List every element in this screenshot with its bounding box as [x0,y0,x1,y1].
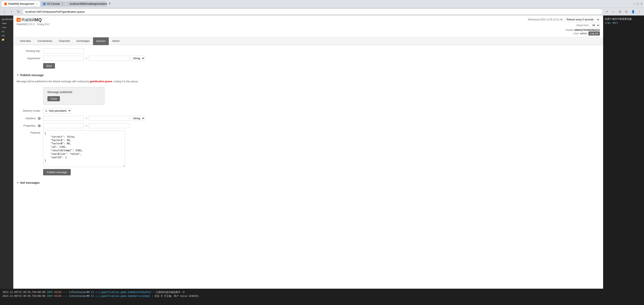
arguments-label: Arguments: [16,57,43,60]
rmq-user-name: admin [580,32,587,35]
headers-help-icon[interactable]: ? [38,117,41,120]
payload-textarea[interactable]: { "correct": false, "factorA": 50, "fact… [43,130,125,167]
address-bar[interactable] [22,9,603,14]
rmq-virtual-host-row: Virtual host All [528,23,600,28]
term-timestamp-1: 2023-12-09T15:30:59.765+08:00 [2,291,45,294]
term-thread-1: [ntContainer#0-1] [69,291,94,294]
rmq-virtual-host-select[interactable]: All [590,23,600,28]
rmq-cluster-label: Cluster [566,28,573,31]
tab-h2[interactable]: H2 Console × [40,1,66,6]
arguments-value-input[interactable] [89,56,130,61]
ide-item-idea[interactable]: .idea [0,21,13,25]
rmq-logo-text: RabbitMQ™ [22,17,44,22]
tab-h2-label: H2 Console [47,2,60,5]
term-level-1: INFO [47,291,53,294]
get-messages-header[interactable]: ▼ Get messages [16,179,600,186]
publish-btn-row: Publish message [16,169,600,175]
profile-button[interactable]: 👤 [630,9,636,14]
terminal-line-1: 2023-12-09T15:30:59.765+08:00 INFO 68108… [2,290,642,294]
delivery-mode-row: Delivery mode: 1 - Non-persistent 2 - Pe… [16,108,600,113]
headers-value-input[interactable] [89,116,130,121]
csdn-sidebar: 在两个项目中都需要创建。 </a> <br> [603,15,644,289]
menu-button[interactable]: ⋮ [637,9,642,14]
publish-section-title: Publish message [20,73,44,77]
routing-key-label: Routing key: [16,49,43,52]
term-class-2: c.z.gamification.game.GameServiceImpl [96,295,150,298]
tab-rabbitmq-close[interactable]: × [36,3,38,5]
browser-tab-bar: RabbitMQ Management × H2 Console × local… [0,0,644,8]
ide-item-gamification[interactable]: gamification [0,17,13,21]
term-msg-1: 已接收到成功挑战事件：0 [156,291,184,294]
publish-message-button[interactable]: Publish message [43,169,71,175]
window-close[interactable]: × [640,2,642,6]
nav-item-queues[interactable]: Queues [93,37,109,45]
forward-button[interactable]: › [8,9,14,14]
tab-rabbitmq[interactable]: RabbitMQ Management × [2,1,40,6]
rmq-logout-button[interactable]: Log out [588,31,600,35]
routing-key-input[interactable] [43,48,84,53]
nav-item-connections[interactable]: Connections [34,37,56,45]
headers-row: Headers: ? = String [16,116,600,121]
term-timestamp-2: 2023-12-09T15:30:59.765+08:00 [2,295,45,298]
rmq-content: Routing key: Arguments: = String Bind ▼ … [13,45,603,289]
headers-type-select[interactable]: String [131,116,145,121]
ide-item-src[interactable]: src [0,29,13,33]
publish-section-header[interactable]: ▼ Publish message [16,72,600,78]
term-pid-2: 68108 [54,295,62,298]
publish-note: Message will be published to the default… [16,80,600,83]
tab-localhost[interactable]: localhost:8080/challenges/random × [66,1,107,6]
nav-item-admin[interactable]: Admin [109,37,123,45]
ide-sidebar: gamification .idea .mvn src ma 📁 [0,15,13,289]
properties-help-icon[interactable]: ? [38,124,41,127]
headers-key-input[interactable] [43,116,84,121]
h2-tab-icon [43,2,46,5]
publish-toggle-icon: ▼ [16,74,19,76]
rmq-refresh-row: Refreshed 2023-12-09 15:31:46 Refresh ev… [528,17,600,22]
term-level-2: INFO [47,295,53,298]
rabbitmq-tab-icon [4,2,7,5]
bind-button[interactable]: Bind [43,63,55,69]
csdn-text-1: 在两个项目中都需要创建。 </a> <br> [605,17,642,25]
rmq-virtual-host-label: Virtual host [576,24,588,27]
properties-value-input[interactable] [89,123,130,128]
nav-item-channels[interactable]: Channels [56,37,73,45]
ide-item-ma[interactable]: ma [0,33,13,37]
extensions-button[interactable]: ⧉ [617,9,623,14]
queue-name: gamification.queue [90,80,112,83]
get-messages-toggle-icon: ▼ [16,181,19,184]
terminal-line-2: 2023-12-09T15:30:59.765+08:00 INFO 68108… [2,294,642,298]
nav-item-exchanges[interactable]: Exchanges [73,37,93,45]
terminal: 2023-12-09T15:30:59.765+08:00 INFO 68108… [0,289,644,305]
window-minimize[interactable]: − [633,2,635,6]
properties-row: Properties: ? = [16,123,600,128]
window-maximize[interactable]: □ [637,2,639,6]
rmq-user-label: User [574,32,578,35]
get-messages-title: Get messages [20,181,40,184]
properties-key-input[interactable] [43,123,84,128]
split-button[interactable]: ⊡ [624,9,629,14]
refresh-button[interactable]: ↻ [16,9,21,14]
payload-label: Payload: [16,130,43,134]
notification-close-button[interactable]: Close [48,96,60,101]
rmq-cluster-row: Cluster rabbit@7b194d49ab2a [528,28,600,31]
arguments-row: Arguments: = String [16,55,600,61]
share-button[interactable]: ↗ [604,9,610,14]
rmq-refreshed-label: Refreshed 2023-12-09 15:31:46 [528,18,563,21]
arguments-key-input[interactable] [43,56,84,61]
new-tab-button[interactable]: + [107,1,112,6]
delivery-mode-select[interactable]: 1 - Non-persistent 2 - Persistent [43,108,71,113]
tab-h2-close[interactable]: × [62,3,63,5]
rmq-logo: 🐇 RabbitMQ™ [16,17,50,22]
get-messages-section: ▼ Get messages [16,179,600,186]
delivery-mode-label: Delivery mode: [16,109,43,112]
nav-item-overview[interactable]: Overview [16,37,34,45]
arguments-type-select[interactable]: String [131,55,145,61]
ide-item-mvn[interactable]: .mvn [0,25,13,29]
notification-popup: Message published. Close [43,87,104,105]
rmq-refresh-select[interactable]: Refresh every 5 seconds Refresh every 10… [564,17,600,22]
bookmark-button[interactable]: ☆ [610,9,616,14]
ide-item-folder[interactable]: 📁 [0,37,13,42]
rmq-header-right: Refreshed 2023-12-09 15:31:46 Refresh ev… [528,17,600,35]
browser-controls: ‹ › ↻ ↗ ☆ ⧉ ⊡ 👤 ⋮ [0,8,644,15]
back-button[interactable]: ‹ [2,9,7,14]
